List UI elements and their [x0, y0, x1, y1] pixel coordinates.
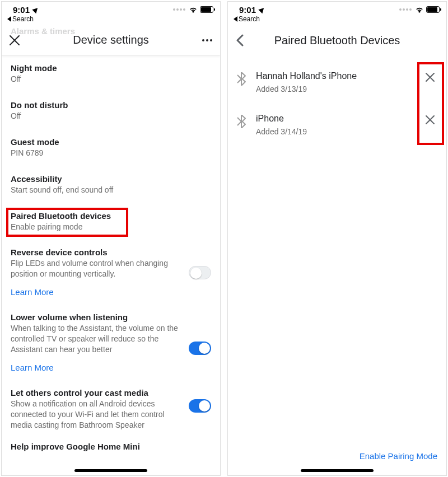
back-to-search[interactable]: Search [228, 15, 446, 25]
device-added-date: Added 3/14/19 [256, 127, 415, 136]
row-title: Guest mode [11, 137, 211, 147]
paired-device-row[interactable]: Hannah Holland's iPhone Added 3/13/19 [228, 60, 446, 102]
toggle-lower-volume[interactable] [189, 342, 211, 355]
more-icon [202, 39, 212, 41]
status-bar: 9:01 [228, 2, 446, 15]
annotation-highlight-left [6, 208, 128, 237]
paired-devices-list: Hannah Holland's iPhone Added 3/13/19 iP… [228, 55, 446, 149]
back-triangle-icon [234, 16, 237, 22]
bluetooth-icon [237, 72, 248, 86]
status-time: 9:01 [239, 5, 256, 15]
status-time: 9:01 [13, 5, 30, 15]
back-to-search[interactable]: Search [2, 15, 220, 25]
device-name: iPhone [256, 114, 415, 124]
phone-left: 9:01 Search Alarms & timers Device setti… [1, 1, 221, 476]
paired-device-row[interactable]: iPhone Added 3/14/19 [228, 102, 446, 145]
back-search-label: Search [239, 15, 260, 23]
row-title: Reverse device controls [11, 247, 183, 257]
header: Paired Bluetooth Devices [228, 25, 446, 55]
header: Device settings [2, 25, 220, 55]
learn-more-reverse[interactable]: Learn More [2, 287, 220, 305]
settings-list: Night mode Off Do not disturb Off Guest … [2, 55, 220, 460]
wifi-icon [415, 6, 424, 13]
row-title: Do not disturb [11, 100, 211, 110]
location-icon [32, 6, 39, 13]
row-cast-control[interactable]: Let others control your cast media Show … [2, 380, 220, 438]
close-button[interactable] [10, 25, 20, 55]
battery-icon [200, 6, 213, 13]
status-bar: 9:01 [2, 2, 220, 15]
back-search-label: Search [12, 15, 34, 23]
row-title: Accessibility [11, 174, 211, 184]
row-night-mode[interactable]: Night mode Off [2, 55, 220, 92]
row-reverse-controls[interactable]: Reverse device controls Flip LEDs and vo… [2, 240, 220, 287]
row-title: Lower volume when listening [11, 312, 183, 322]
row-sub: Off [11, 74, 211, 85]
row-help-improve[interactable]: Help improve Google Home Mini [2, 438, 220, 460]
row-sub: Show a notification on all Android devic… [11, 399, 183, 431]
cellular-icon [399, 8, 412, 11]
annotation-highlight-right [417, 62, 444, 145]
wifi-icon [189, 6, 198, 13]
row-title: Night mode [11, 63, 211, 73]
location-icon [258, 6, 265, 13]
page-title: Device settings [73, 34, 149, 46]
enable-pairing-button[interactable]: Enable Pairing Mode [360, 451, 437, 461]
row-sub: PIN 6789 [11, 148, 211, 158]
row-lower-volume[interactable]: Lower volume when listening When talking… [2, 305, 220, 363]
back-triangle-icon [7, 16, 11, 22]
cellular-icon [173, 8, 185, 11]
home-indicator[interactable] [301, 469, 374, 472]
device-name: Hannah Holland's iPhone [256, 71, 415, 81]
phone-right: 9:01 Search Paired Bluetooth Devices [227, 1, 447, 476]
more-button[interactable] [202, 25, 212, 55]
page-title: Paired Bluetooth Devices [274, 34, 400, 47]
bluetooth-icon [237, 115, 248, 128]
device-added-date: Added 3/13/19 [256, 85, 415, 93]
row-accessibility[interactable]: Accessibility Start sound off, end sound… [2, 166, 220, 203]
row-title: Let others control your cast media [11, 388, 183, 398]
battery-icon [426, 6, 440, 13]
toggle-cast-control[interactable] [189, 399, 211, 413]
row-guest-mode[interactable]: Guest mode PIN 6789 [2, 129, 220, 166]
row-do-not-disturb[interactable]: Do not disturb Off [2, 92, 220, 129]
row-sub: Start sound off, end sound off [11, 185, 211, 195]
back-button[interactable] [236, 25, 244, 55]
home-indicator[interactable] [74, 469, 147, 472]
row-sub: Off [11, 111, 211, 121]
row-sub: Flip LEDs and volume control when changi… [11, 258, 183, 279]
learn-more-lower[interactable]: Learn More [2, 363, 220, 380]
row-sub: When talking to the Assistant, the volum… [11, 323, 183, 355]
toggle-reverse-controls[interactable] [189, 266, 211, 279]
row-title: Help improve Google Home Mini [11, 442, 211, 451]
